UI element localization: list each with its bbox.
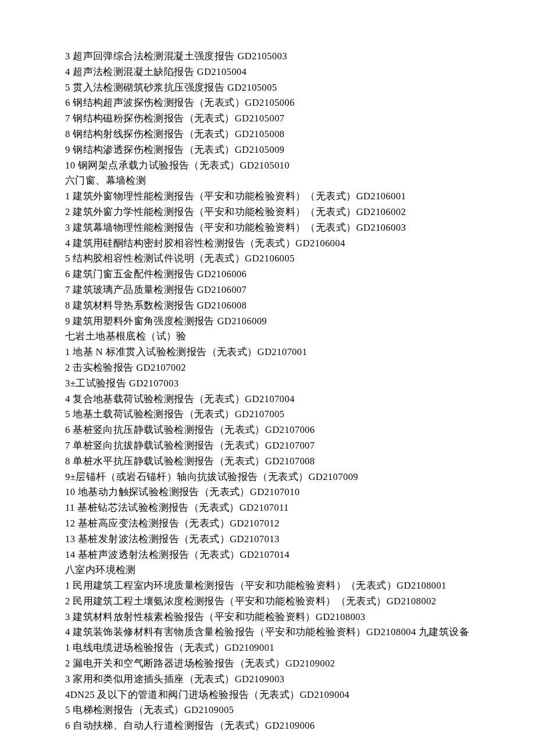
text-line: 5 地基土载荷试验检测报告（无表式）GD2107005: [65, 407, 535, 422]
text-line: 2 建筑外窗力学性能检测报告（平安和功能检验资料）（无表式）GD2106002: [65, 205, 535, 220]
text-line: 3±工试验报告 GD2107003: [65, 376, 535, 392]
text-line: 7 建筑玻璃产品质量检测报告 GD2106007: [65, 282, 535, 298]
text-line: 9 钢结构渗透探伤检测报告（无表式）GD2105009: [65, 142, 535, 158]
text-line: 5 结构胶相容性检测试件说明（无表式）GD2106005: [65, 251, 535, 267]
text-line: 11 基桩钻芯法试验检测报告（无表式）GD2107011: [65, 500, 535, 516]
text-line: 八室内环境检测: [65, 562, 535, 578]
text-line: 10 钢网架点承载力试验报告（无表式）GD2105010: [65, 158, 535, 174]
text-line: 1 电线电缆进场检验报告（无表式）GD2109001: [65, 640, 535, 656]
text-line: 12 基桩高应变法检测报告（无表式）GD2107012: [65, 516, 535, 532]
text-line: 2 击实检验报告 GD2107002: [65, 360, 535, 376]
text-line: 6 建筑门窗五金配件检测报告 GD2106006: [65, 267, 535, 282]
text-line: 3 家用和类似用途插头插座（无表式）GD2109003: [65, 672, 535, 687]
text-line: 2 漏电开关和空气断路器进场检验报告（无表式）GD2109002: [65, 656, 535, 672]
text-line: 6 自动扶梯、自动人行道检测报告（无表式）GD2109006: [65, 718, 535, 734]
text-line: 5 贯入法检测砌筑砂浆抗压强度报告 GD2105005: [65, 80, 535, 96]
text-line: 4 复合地基载荷试验检测报告（无表式）GD2107004: [65, 392, 535, 407]
text-line: 4 超声法检测混凝土缺陷报告 GD2105004: [65, 65, 535, 80]
text-line: 7 钢结构磁粉探伤检测报告（无表式）GD2105007: [65, 111, 535, 127]
text-line: 6 钢结构超声波探伤检测报告（无表式）GD2105006: [65, 95, 535, 111]
text-line: 9 建筑用塑料外窗角强度检测报告 GD2106009: [65, 314, 535, 329]
text-line: 10 地基动力触探试验检测报告（无表式）GD2107010: [65, 485, 535, 500]
text-line: 5 电梯检测报告（无表式）GD2109005: [65, 703, 535, 718]
text-line: 8 钢结构射线探伤检测报告（无表式）GD2105008: [65, 127, 535, 142]
text-line: 1 建筑外窗物理性能检测报告（平安和功能检验资料）（无表式）GD2106001: [65, 189, 535, 205]
text-line: 六门窗、幕墙检测: [65, 173, 535, 189]
text-line: 七岩土地基根底检（试）验: [65, 329, 535, 345]
text-line: 3 建筑幕墙物理性能检测报告（平安和功能检验资料）（无表式）GD2106003: [65, 220, 535, 236]
text-line: 14 基桩声波透射法检测报告（无表式）GD2107014: [65, 547, 535, 563]
text-line: 1 民用建筑工程室内环境质量检测报告（平安和功能检验资料）（无表式）GD2108…: [65, 578, 535, 594]
text-line: 2 民用建筑工程土壤氨浓度检测报告（平安和功能检验资料）（无表式）GD21080…: [65, 594, 535, 610]
text-line: 6 基桩竖向抗压静载试验检测报告（无表式）GD2107006: [65, 422, 535, 438]
document-page: 3 超声回弹综合法检测混凝土强度报告 GD21050034 超声法检测混凝土缺陷…: [0, 0, 535, 756]
text-line: 3 建筑材料放射性核素检验报告（平安和功能检验资料）GD2108003: [65, 610, 535, 625]
text-line: 7 单桩竖向抗拔静载试验检测报告（无表式）GD2107007: [65, 438, 535, 454]
text-line: 3 超声回弹综合法检测混凝土强度报告 GD2105003: [65, 49, 535, 65]
text-line: 8 建筑材料导热系数检测报告 GD2106008: [65, 298, 535, 314]
text-line: 4 建筑装饰装修材料有害物质含量检验报告（平安和功能检验资料）GD2108004…: [65, 625, 535, 640]
text-line: 8 单桩水平抗压静载试验检测报告（无表式）GD2107008: [65, 454, 535, 470]
text-line: 1 地基 N 标准贯入试验检测报告（无表式）GD2107001: [65, 345, 535, 360]
text-line: 4 建筑用硅酮结构密封胶相容性检测报告（无表式）GD2106004: [65, 236, 535, 252]
text-line: 9±层锚杆（或岩石锚杆）轴向抗拔试验报告（无表式）GD2107009: [65, 470, 535, 485]
text-line: 4DN25 及以下的管道和阀门进场检验报告（无表式）GD2109004: [65, 687, 535, 703]
text-line: 13 基桩发射波法检测报告（无表式）GD2107013: [65, 532, 535, 547]
